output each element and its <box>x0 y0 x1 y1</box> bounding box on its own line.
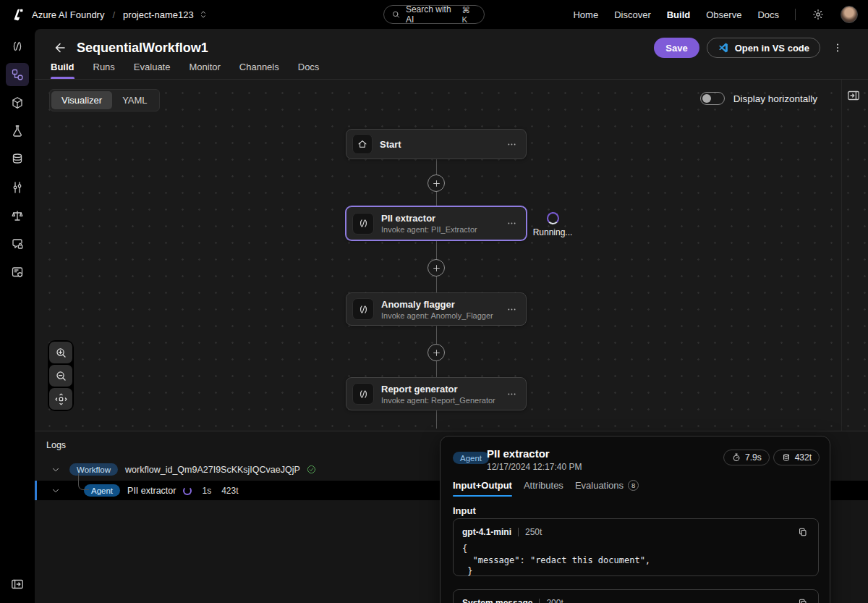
nav-divider <box>795 9 796 20</box>
open-in-vscode-button[interactable]: Open in VS code <box>707 38 820 58</box>
tab-monitor[interactable]: Monitor <box>189 62 220 79</box>
running-spinner-icon <box>183 486 192 495</box>
copy-button[interactable] <box>796 526 809 539</box>
left-sidebar <box>0 29 35 603</box>
sidebar-item-data[interactable] <box>6 148 29 171</box>
node-menu-button[interactable] <box>505 138 519 151</box>
system-message-label: System message <box>462 598 532 603</box>
agent-tokens: 423t <box>221 486 238 496</box>
node-start[interactable]: Start <box>346 129 527 159</box>
node-menu-button[interactable] <box>505 303 519 316</box>
sidebar-item-evaluations[interactable] <box>6 204 29 227</box>
workflows-icon <box>10 67 25 82</box>
settings-button[interactable] <box>812 8 825 21</box>
tab-input-output[interactable]: Input+Output <box>453 480 512 497</box>
open-right-panel-button[interactable] <box>846 87 864 104</box>
chat-lock-icon <box>10 237 25 251</box>
vscode-icon <box>718 42 729 54</box>
input-card-system-message: System message 200t <box>453 589 819 603</box>
tab-docs[interactable]: Docs <box>298 62 320 79</box>
tokens-icon <box>781 452 791 463</box>
node-anomaly-flagger[interactable]: Anomaly flagger Invoke agent: Anomoly_Fl… <box>346 292 527 326</box>
plus-icon <box>432 348 441 358</box>
view-switcher: Visualizer YAML <box>49 89 160 111</box>
project-selector[interactable]: project-name123 <box>123 9 208 20</box>
sidebar-item-management[interactable] <box>6 261 29 284</box>
workflow-tabs: Build Runs Evaluate Monitor Channels Doc… <box>51 62 319 79</box>
nav-home[interactable]: Home <box>573 9 598 20</box>
sidebar-item-playground[interactable] <box>6 119 29 143</box>
save-button[interactable]: Save <box>654 38 699 58</box>
zoom-in-button[interactable] <box>49 342 72 363</box>
zoom-in-icon <box>54 346 68 360</box>
duration-pill: 7.9s <box>723 450 770 465</box>
breadcrumb-separator: / <box>112 9 115 20</box>
nav-discover[interactable]: Discover <box>614 9 651 20</box>
log-tree-connector <box>78 473 89 490</box>
add-node-button[interactable] <box>427 344 445 361</box>
search-input[interactable]: Search with AI ⌘ K <box>383 5 485 24</box>
collapse-agent-button[interactable] <box>51 486 61 496</box>
display-horizontally-toggle[interactable] <box>700 92 725 105</box>
view-yaml-button[interactable]: YAML <box>112 91 157 109</box>
success-check-icon <box>306 464 317 475</box>
kebab-vertical-icon <box>832 42 843 54</box>
tab-evaluations[interactable]: Evaluations 8 <box>575 480 639 497</box>
collapse-workflow-button[interactable] <box>51 465 61 475</box>
kebab-horizontal-icon <box>506 389 517 400</box>
workflow-id: workflow_id_Qm9A27I9ScKKsjIQCvaeJQjP <box>125 465 300 475</box>
tab-runs[interactable]: Runs <box>93 62 115 79</box>
plus-icon <box>432 179 441 188</box>
node-pii-extractor[interactable]: PII extractor Invoke agent: PII_Extracto… <box>346 206 527 240</box>
tuning-sliders-icon <box>10 180 25 195</box>
search-icon <box>391 9 401 20</box>
detail-title: PII extractor <box>487 447 550 460</box>
chevron-down-icon <box>51 465 61 475</box>
zoom-out-button[interactable] <box>49 365 72 387</box>
page-title: SequentialWorkflow1 <box>77 41 208 56</box>
nav-build[interactable]: Build <box>667 9 691 20</box>
copy-button[interactable] <box>796 596 809 603</box>
add-node-button[interactable] <box>427 174 445 192</box>
home-icon <box>352 134 373 154</box>
separator <box>518 528 519 536</box>
node-menu-button[interactable] <box>505 216 519 230</box>
workflow-canvas[interactable]: Visualizer YAML Display horizontally <box>35 80 868 431</box>
tab-attributes[interactable]: Attributes <box>524 480 563 497</box>
display-horizontally-control: Display horizontally <box>700 92 817 105</box>
kebab-horizontal-icon <box>506 218 517 229</box>
tab-build[interactable]: Build <box>51 62 75 79</box>
add-node-button[interactable] <box>427 259 445 277</box>
back-button[interactable] <box>51 39 68 56</box>
node-title: Anomaly flagger <box>381 299 493 310</box>
sidebar-item-models[interactable] <box>6 91 29 114</box>
fit-view-button[interactable] <box>49 388 72 410</box>
detail-metrics: 7.9s 432t <box>723 450 820 465</box>
copy-icon <box>797 526 809 538</box>
back-arrow-icon <box>52 41 67 55</box>
sidebar-item-workflows[interactable] <box>6 63 29 86</box>
nav-docs[interactable]: Docs <box>757 9 779 20</box>
brand-area: Azure AI Foundry / project-name123 <box>10 7 208 22</box>
user-avatar[interactable] <box>841 6 858 23</box>
sidebar-item-agents[interactable] <box>6 35 29 58</box>
view-visualizer-button[interactable]: Visualizer <box>51 91 112 109</box>
running-label: Running... <box>531 227 574 237</box>
node-report-generator[interactable]: Report generator Invoke agent: Report_Ge… <box>346 377 527 410</box>
nav-observe[interactable]: Observe <box>706 9 741 20</box>
more-options-button[interactable] <box>827 41 848 55</box>
tokens-value: 432t <box>795 452 812 463</box>
settings-icon <box>812 8 825 21</box>
tab-channels[interactable]: Channels <box>239 62 279 79</box>
sidebar-item-safety[interactable] <box>6 232 29 256</box>
agent-detail-panel: Agent PII extractor 12/17/2024 12:17:40 … <box>440 436 830 603</box>
panel-expand-icon <box>10 577 25 591</box>
sidebar-expand-button[interactable] <box>6 573 29 596</box>
kebab-horizontal-icon <box>506 304 517 315</box>
tab-evaluate[interactable]: Evaluate <box>134 62 171 79</box>
agent-badge: Agent <box>453 452 489 464</box>
panel-open-right-icon <box>846 88 861 103</box>
node-menu-button[interactable] <box>505 387 519 401</box>
node-title: Report generator <box>381 384 495 395</box>
sidebar-item-tools[interactable] <box>6 176 29 199</box>
